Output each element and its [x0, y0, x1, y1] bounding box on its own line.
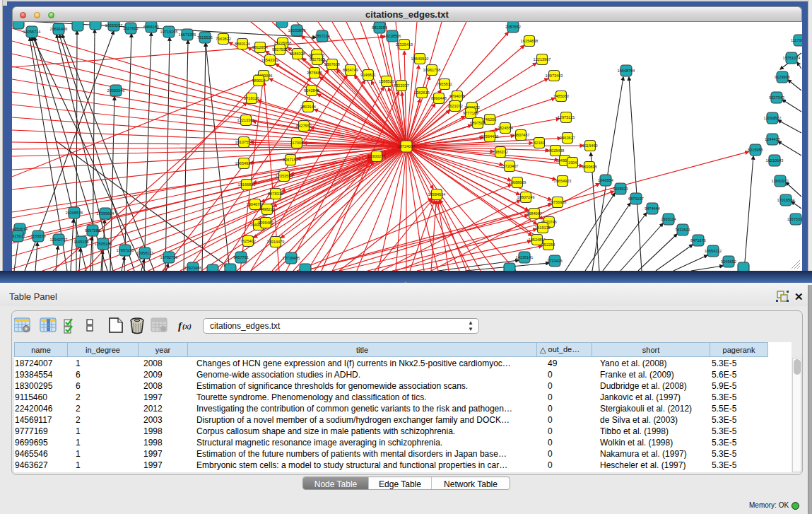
svg-text:2087652: 2087652	[505, 25, 521, 29]
svg-text:16961758: 16961758	[423, 68, 441, 72]
svg-text:7163822: 7163822	[216, 37, 231, 41]
svg-text:1156829: 1156829	[30, 234, 45, 238]
svg-text:16033809: 16033809	[288, 28, 306, 33]
svg-text:9129966: 9129966	[775, 75, 790, 79]
svg-text:1362615: 1362615	[414, 90, 430, 95]
svg-text:8186328: 8186328	[290, 52, 305, 56]
svg-text:18640910: 18640910	[411, 57, 429, 61]
svg-text:12942737: 12942737	[50, 238, 68, 242]
svg-text:16210643: 16210643	[766, 158, 784, 163]
svg-text:4498222: 4498222	[259, 207, 275, 211]
svg-text:10973403: 10973403	[546, 74, 563, 78]
svg-text:1904: 1904	[568, 160, 577, 165]
svg-text:7857224: 7857224	[314, 34, 330, 38]
svg-text:7632621: 7632621	[675, 228, 690, 232]
svg-text:1527602: 1527602	[123, 26, 139, 30]
svg-text:9327505: 9327505	[310, 57, 325, 62]
svg-text:12505185: 12505185	[95, 242, 112, 246]
svg-text:18724007: 18724007	[398, 144, 416, 148]
svg-text:7386372: 7386372	[493, 150, 508, 154]
svg-text:12353594: 12353594	[276, 174, 293, 178]
svg-text:10046766: 10046766	[247, 202, 264, 206]
svg-text:3624554: 3624554	[498, 126, 513, 130]
svg-text:9463627: 9463627	[560, 136, 575, 140]
svg-text:13716485: 13716485	[283, 256, 300, 260]
svg-text:10025438: 10025438	[547, 148, 565, 153]
svg-text:2367608: 2367608	[324, 62, 340, 66]
svg-text:10807487: 10807487	[512, 133, 530, 137]
svg-text:12975115: 12975115	[558, 115, 575, 119]
svg-text:2935114: 2935114	[661, 217, 676, 221]
svg-text:25300275: 25300275	[368, 154, 386, 158]
svg-text:12923466: 12923466	[184, 266, 202, 270]
svg-text:6897508: 6897508	[470, 121, 486, 125]
svg-text:5938923: 5938923	[613, 187, 628, 191]
svg-text:9699695: 9699695	[582, 165, 597, 169]
svg-text:9242848: 9242848	[304, 88, 319, 93]
svg-text:10958117: 10958117	[136, 251, 153, 255]
svg-text:7625402: 7625402	[240, 239, 256, 243]
svg-text:(x): (x)	[182, 322, 192, 331]
svg-text:989014: 989014	[252, 78, 266, 83]
svg-text:12213369: 12213369	[237, 118, 255, 122]
svg-text:17957225: 17957225	[117, 248, 134, 252]
svg-text:9146821: 9146821	[360, 73, 376, 77]
svg-text:9457791: 9457791	[233, 255, 249, 259]
svg-text:20206576: 20206576	[66, 211, 83, 215]
svg-text:252254: 252254	[542, 243, 555, 247]
svg-text:15720407: 15720407	[501, 164, 519, 168]
svg-text:8813054: 8813054	[372, 25, 387, 30]
svg-text:1640954: 1640954	[598, 178, 613, 182]
svg-text:9474444: 9474444	[645, 206, 660, 211]
svg-text:13692971: 13692971	[772, 179, 789, 183]
svg-text:16154838: 16154838	[521, 39, 539, 43]
svg-text:1145194: 1145194	[73, 240, 88, 244]
svg-text:12213967: 12213967	[534, 57, 551, 62]
svg-text:14136141: 14136141	[516, 255, 534, 259]
svg-text:8427552: 8427552	[296, 124, 312, 128]
svg-text:17359924: 17359924	[97, 211, 114, 216]
svg-text:9097588: 9097588	[85, 228, 100, 233]
svg-text:11325419: 11325419	[396, 42, 413, 47]
svg-text:117004: 117004	[290, 141, 303, 145]
svg-text:7515526: 7515526	[197, 35, 213, 40]
svg-text:20364436: 20364436	[481, 134, 499, 139]
svg-text:8215955: 8215955	[748, 148, 763, 152]
svg-text:62160: 62160	[534, 141, 545, 145]
svg-text:8990448: 8990448	[431, 96, 447, 100]
svg-text:10688609: 10688609	[509, 180, 526, 185]
svg-text:1621072: 1621072	[447, 104, 463, 108]
svg-text:19384554: 19384554	[428, 192, 446, 197]
svg-text:8322037: 8322037	[394, 83, 409, 88]
svg-text:16543362: 16543362	[261, 58, 279, 62]
svg-text:16914479: 16914479	[267, 240, 285, 244]
svg-text:18807249: 18807249	[517, 195, 535, 199]
svg-text:14055714: 14055714	[23, 30, 41, 34]
svg-text:8471676: 8471676	[690, 238, 706, 243]
svg-text:6879197: 6879197	[628, 197, 644, 201]
svg-text:12093822: 12093822	[764, 116, 782, 120]
svg-text:8678312: 8678312	[268, 192, 283, 196]
svg-text:18107553: 18107553	[235, 140, 253, 144]
svg-text:9684067: 9684067	[526, 211, 542, 216]
svg-text:19654923: 19654923	[554, 179, 572, 183]
svg-text:3915917: 3915917	[12, 234, 25, 238]
svg-text:6466160: 6466160	[143, 25, 159, 29]
svg-text:19756928: 19756928	[549, 200, 567, 204]
svg-text:19654923: 19654923	[235, 161, 253, 165]
svg-text:17016504: 17016504	[777, 198, 795, 202]
svg-text:6794078: 6794078	[449, 94, 465, 98]
svg-text:7955812: 7955812	[437, 82, 452, 86]
svg-text:15751074: 15751074	[783, 56, 801, 60]
svg-text:1733426: 1733426	[547, 259, 563, 263]
svg-text:9777169: 9777169	[463, 111, 478, 115]
svg-text:11675330: 11675330	[787, 217, 802, 221]
svg-text:20691406: 20691406	[50, 27, 68, 31]
svg-text:3875685: 3875685	[307, 71, 322, 75]
svg-text:1615132: 1615132	[535, 226, 551, 230]
svg-text:10719155: 10719155	[160, 30, 178, 34]
svg-text:8267150: 8267150	[283, 158, 298, 162]
svg-text:19218506: 19218506	[384, 34, 401, 38]
svg-text:2718126: 2718126	[244, 96, 259, 100]
svg-text:10553257: 10553257	[105, 23, 123, 28]
